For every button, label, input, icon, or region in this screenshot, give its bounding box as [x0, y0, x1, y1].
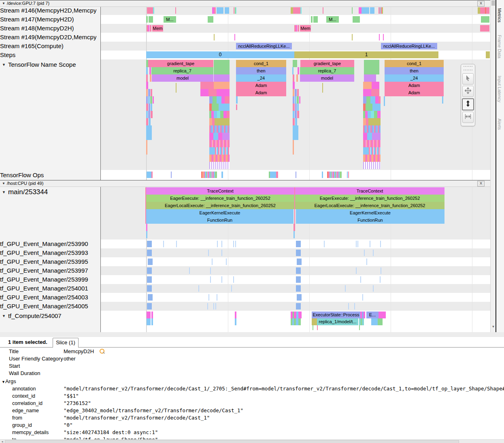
- trace-event[interactable]: [292, 67, 293, 74]
- trace-event[interactable]: [149, 16, 153, 23]
- trace-event[interactable]: [151, 318, 153, 325]
- trace-event[interactable]: [209, 147, 213, 155]
- trace-event[interactable]: EagerExecute: __inference_train_function…: [146, 195, 294, 202]
- trace-event[interactable]: TraceContext: [146, 187, 294, 195]
- trace-event[interactable]: [217, 294, 217, 301]
- trace-event[interactable]: [153, 96, 154, 104]
- trace-event[interactable]: [353, 16, 360, 23]
- trace-event[interactable]: [379, 96, 381, 104]
- trace-event[interactable]: [146, 140, 147, 155]
- drag-grip-handle[interactable]: [464, 70, 472, 72]
- trace-event[interactable]: [372, 82, 379, 89]
- trace-event[interactable]: [356, 267, 357, 274]
- collapse-arrow-icon[interactable]: ▼: [2, 188, 6, 197]
- trace-event[interactable]: [373, 285, 374, 292]
- trace-event[interactable]: [296, 241, 301, 247]
- trace-event[interactable]: [363, 162, 381, 169]
- trace-event[interactable]: [176, 83, 177, 93]
- trace-event[interactable]: [213, 133, 218, 140]
- trace-event[interactable]: [299, 96, 300, 104]
- trace-event[interactable]: [296, 285, 301, 292]
- horizontal-scrollbar[interactable]: ◄: [0, 439, 504, 443]
- trace-event[interactable]: [149, 67, 151, 74]
- trace-event[interactable]: [379, 312, 386, 318]
- trace-event[interactable]: _24: [385, 74, 444, 82]
- select-tool-button[interactable]: [462, 73, 474, 85]
- trace-event[interactable]: ncclAllReduceRingLLKe...: [236, 43, 292, 49]
- trace-event[interactable]: FunctionRun: [146, 216, 293, 224]
- trace-event[interactable]: [146, 224, 147, 231]
- trace-event[interactable]: [215, 118, 222, 125]
- trace-event[interactable]: [146, 96, 148, 104]
- trace-event[interactable]: [198, 285, 199, 292]
- trace-event[interactable]: [295, 89, 297, 96]
- trace-event[interactable]: Adam: [385, 82, 444, 89]
- trace-event[interactable]: [363, 140, 381, 147]
- trace-event[interactable]: [227, 111, 230, 118]
- trace-event[interactable]: [233, 241, 234, 247]
- trace-event[interactable]: [210, 267, 211, 274]
- trace-event[interactable]: [219, 104, 230, 111]
- trace-event[interactable]: [364, 74, 376, 82]
- trace-event[interactable]: [147, 285, 152, 292]
- trace-event[interactable]: FunctionRun: [296, 216, 444, 224]
- collapse-arrow-icon[interactable]: ▼: [2, 61, 6, 69]
- trace-event[interactable]: [383, 34, 384, 40]
- trace-event[interactable]: [296, 276, 301, 283]
- trace-event[interactable]: [212, 259, 213, 265]
- trace-event[interactable]: [270, 172, 276, 178]
- trace-event[interactable]: [359, 325, 360, 330]
- trace-event[interactable]: [328, 172, 340, 178]
- trace-event[interactable]: [311, 16, 313, 23]
- trace-event[interactable]: [148, 89, 150, 96]
- trace-event[interactable]: [147, 303, 152, 309]
- trace-event[interactable]: [323, 7, 323, 14]
- trace-event[interactable]: [322, 83, 323, 93]
- trace-event[interactable]: [348, 303, 349, 309]
- trace-event[interactable]: [371, 89, 379, 96]
- trace-event[interactable]: [147, 318, 151, 325]
- trace-event[interactable]: [217, 7, 223, 14]
- trace-event[interactable]: [354, 303, 355, 309]
- trace-event[interactable]: [312, 318, 317, 325]
- trace-event[interactable]: [362, 294, 363, 301]
- sidebar-tab-input-latency[interactable]: Input Latency: [497, 76, 502, 102]
- trace-event[interactable]: [481, 16, 489, 23]
- trace-event[interactable]: [364, 250, 365, 256]
- trace-event[interactable]: [293, 140, 294, 155]
- trace-event[interactable]: [236, 96, 238, 104]
- trace-event[interactable]: [148, 111, 150, 118]
- drag-grip-handle[interactable]: [464, 66, 472, 68]
- trace-event[interactable]: [363, 82, 372, 89]
- cpu-process-header[interactable]: ▼/host:CPU (pid 49) X: [0, 180, 490, 187]
- trace-event[interactable]: [363, 133, 367, 140]
- trace-event[interactable]: [486, 51, 490, 58]
- trace-event[interactable]: [214, 111, 217, 118]
- trace-event[interactable]: [370, 96, 375, 104]
- trace-event[interactable]: [217, 96, 221, 104]
- trace-event[interactable]: [171, 172, 172, 178]
- trace-event[interactable]: [147, 312, 151, 318]
- trace-event[interactable]: [297, 259, 302, 265]
- sidebar-tab-frame-data[interactable]: Frame Data: [497, 35, 502, 58]
- trace-event[interactable]: [348, 172, 349, 178]
- trace-event[interactable]: [210, 276, 211, 283]
- trace-event[interactable]: [371, 111, 374, 118]
- trace-event[interactable]: [151, 89, 152, 96]
- trace-event[interactable]: [322, 172, 323, 178]
- trace-event[interactable]: [223, 111, 227, 118]
- trace-event[interactable]: cond_1: [385, 60, 444, 67]
- trace-event[interactable]: [373, 250, 374, 256]
- trace-event[interactable]: [214, 34, 215, 40]
- trace-event[interactable]: [200, 89, 208, 96]
- trace-event[interactable]: [370, 241, 370, 247]
- trace-event[interactable]: ExecutorState::Process: [312, 312, 360, 318]
- trace-event[interactable]: [363, 118, 366, 125]
- trace-event[interactable]: [209, 155, 230, 162]
- sidebar-tab-metrics[interactable]: Metrics: [497, 8, 502, 22]
- trace-event[interactable]: [340, 172, 342, 178]
- trace-event[interactable]: [276, 172, 278, 178]
- trace-event[interactable]: [372, 104, 381, 111]
- trace-event[interactable]: [233, 276, 234, 283]
- magnifier-icon[interactable]: [100, 349, 104, 354]
